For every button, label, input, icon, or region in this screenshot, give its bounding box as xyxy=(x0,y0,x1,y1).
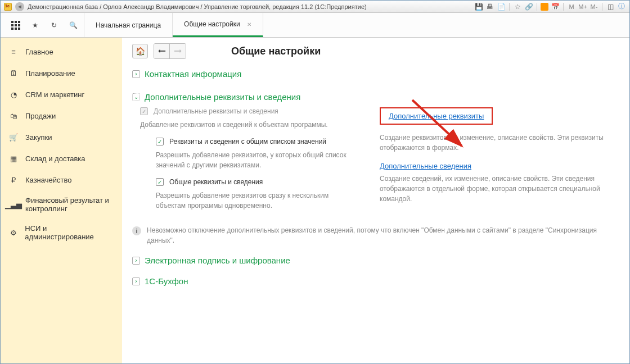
sidebar-item-admin[interactable]: ⚙ НСИ и администрирование xyxy=(1,219,122,247)
section-signature-header[interactable]: › Электронная подпись и шифрование xyxy=(132,256,619,265)
link-additional-requisites-highlight: Дополнительные реквизиты xyxy=(380,107,493,125)
sidebar-item-crm[interactable]: ◔ CRM и маркетинг xyxy=(1,84,122,105)
link-additional-info[interactable]: Дополнительные сведения xyxy=(380,162,471,170)
link-icon[interactable]: 🔗 xyxy=(524,2,533,11)
checkbox-label: Дополнительные реквизиты и сведения xyxy=(154,107,278,115)
titlebar: ◄ Демонстрационная база / Орлов Александ… xyxy=(1,1,629,13)
sidebar-item-purchases[interactable]: 🛒 Закупки xyxy=(1,126,122,148)
checkbox-label: Общие реквизиты и сведения xyxy=(169,178,263,186)
section-title: 1С-Бухфон xyxy=(145,276,188,286)
close-icon[interactable]: ✕ xyxy=(247,21,251,28)
tab-start-page[interactable]: Начальная страница xyxy=(84,13,173,37)
m-plus-icon[interactable]: M+ xyxy=(578,2,587,11)
sidebar-item-label: CRM и маркетинг xyxy=(25,90,84,99)
tab-general-settings[interactable]: Общие настройки ✕ xyxy=(173,13,263,37)
app-icon xyxy=(4,3,12,11)
checkbox-shared[interactable]: ✓ xyxy=(156,178,164,186)
bag-icon: 🛍 xyxy=(8,111,19,121)
sidebar-item-label: Склад и доставка xyxy=(25,154,86,163)
sidebar-item-main[interactable]: ≡ Главное xyxy=(1,41,122,62)
calendar-icon[interactable]: 📅 xyxy=(551,2,560,11)
desc-main: Добавление реквизитов и сведений к объек… xyxy=(140,120,357,130)
desc-common: Разрешить добавление реквизитов, у котор… xyxy=(156,150,357,170)
section-contact-header[interactable]: › Контактная информация xyxy=(132,69,619,79)
sidebar-item-label: Планирование xyxy=(25,69,75,78)
section-additional-header[interactable]: ⌄ Дополнительные реквизиты и сведения xyxy=(132,92,619,102)
link2-desc: Создание сведений, их изменение, описани… xyxy=(380,174,619,204)
titlebar-tools: 💾 🖶 📄 ☆ 🔗 📅 M M+ M- ◫ ⓘ xyxy=(474,2,626,11)
sidebar-item-planning[interactable]: 🗓 Планирование xyxy=(1,62,122,84)
link1-desc: Создание реквизитов, их изменение, описа… xyxy=(380,133,619,153)
checkbox-additional-main: ✓ xyxy=(140,107,148,115)
doc-icon[interactable]: 📄 xyxy=(497,2,506,11)
tabbar: ★ ↻ 🔍 Начальная страница Общие настройки… xyxy=(1,13,629,38)
titlebar-nav-back[interactable]: ◄ xyxy=(15,2,24,11)
sidebar-item-label: Закупки xyxy=(25,133,52,142)
sidebar: ≡ Главное 🗓 Планирование ◔ CRM и маркети… xyxy=(1,38,122,363)
chevron-down-icon: ⌄ xyxy=(132,93,140,101)
boxes-icon: ▦ xyxy=(8,153,19,163)
chevron-right-icon: › xyxy=(132,70,140,78)
sidebar-item-label: Казначейство xyxy=(25,176,71,184)
nav-back-button[interactable]: 🠔 xyxy=(154,44,170,58)
sidebar-item-finresult[interactable]: ▁▃▅ Финансовый результат и контроллинг xyxy=(1,190,122,219)
chart-bar-icon: ▁▃▅ xyxy=(8,199,19,210)
section-title: Контактная информация xyxy=(145,69,241,79)
sidebar-item-sales[interactable]: 🛍 Продажи xyxy=(1,105,122,126)
search-icon[interactable]: 🔍 xyxy=(68,20,78,30)
calendar-icon: 🗓 xyxy=(8,68,19,78)
sidebar-item-label: Продажи xyxy=(25,112,56,120)
tab-label: Начальная страница xyxy=(96,21,161,29)
home-button[interactable]: 🏠 xyxy=(132,44,148,58)
apps-grid-icon[interactable] xyxy=(11,20,21,30)
nav-forward-button[interactable]: 🠖 xyxy=(170,44,186,58)
m-minus-icon[interactable]: M- xyxy=(590,2,598,11)
pie-chart-icon: ◔ xyxy=(8,89,19,99)
info-text: Невозможно отключение дополнительных рек… xyxy=(147,225,619,245)
page-title: Общие настройки xyxy=(231,46,321,57)
favorites-star-icon[interactable]: ★ xyxy=(30,20,40,30)
info-icon: i xyxy=(132,226,141,235)
print-icon[interactable]: 🖶 xyxy=(485,2,494,11)
titlebar-text: Демонстрационная база / Орлов Александр … xyxy=(28,3,471,10)
history-icon[interactable]: ↻ xyxy=(49,20,59,30)
star-icon[interactable]: ☆ xyxy=(513,2,522,11)
sidebar-item-label: Главное xyxy=(25,48,53,56)
sidebar-item-label: Финансовый результат и контроллинг xyxy=(25,196,114,213)
tab-label: Общие настройки xyxy=(184,20,240,28)
save-icon[interactable]: 💾 xyxy=(474,2,483,11)
sidebar-item-warehouse[interactable]: ▦ Склад и доставка xyxy=(1,148,122,169)
info-icon[interactable]: ⓘ xyxy=(617,2,626,11)
sidebar-item-treasury[interactable]: ₽ Казначейство xyxy=(1,169,122,190)
gear-icon: ⚙ xyxy=(8,228,18,238)
chevron-right-icon: › xyxy=(132,257,140,265)
checkbox-label: Реквизиты и сведения с общим списком зна… xyxy=(169,138,326,145)
link-additional-requisites[interactable]: Дополнительные реквизиты xyxy=(389,112,484,120)
section-buhphone-header[interactable]: › 1С-Бухфон xyxy=(132,276,619,286)
ruble-icon: ₽ xyxy=(8,175,19,185)
desc-shared: Разрешить добавление реквизитов сразу к … xyxy=(156,190,357,211)
checkbox-common-list[interactable]: ✓ xyxy=(156,138,164,145)
section-title: Дополнительные реквизиты и сведения xyxy=(145,92,300,102)
menu-icon: ≡ xyxy=(8,47,19,57)
calc-icon[interactable] xyxy=(541,3,548,11)
cart-icon: 🛒 xyxy=(8,132,19,142)
sidebar-item-label: НСИ и администрирование xyxy=(25,224,114,241)
content-area: 🏠 🠔 🠖 Общие настройки › Контактная инфор… xyxy=(122,38,629,363)
section-title: Электронная подпись и шифрование xyxy=(145,256,290,265)
info-row: i Невозможно отключение дополнительных р… xyxy=(132,225,619,245)
panel-icon[interactable]: ◫ xyxy=(606,2,615,11)
m-icon[interactable]: M xyxy=(567,2,576,11)
chevron-right-icon: › xyxy=(132,277,140,285)
